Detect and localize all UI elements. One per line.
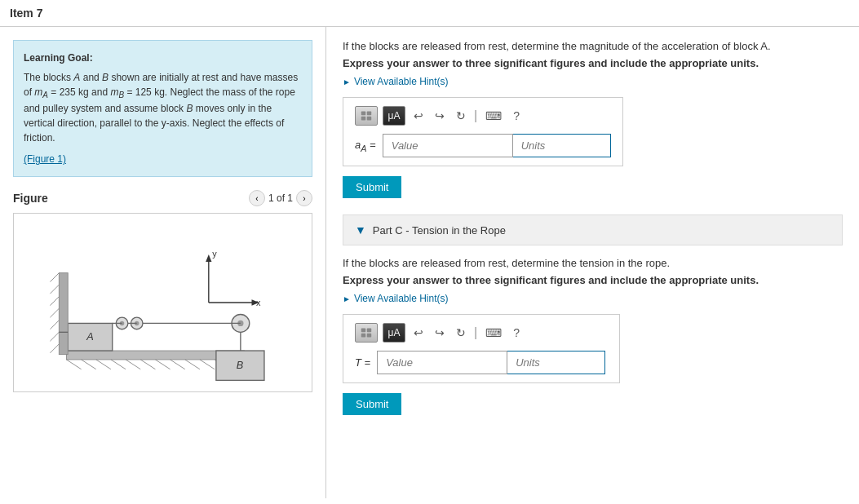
part-c-section: If the blocks are released from rest, de… — [343, 257, 843, 415]
right-panel: If the blocks are released from rest, de… — [326, 27, 859, 498]
svg-line-5 — [126, 360, 140, 369]
part-c-hint-label: View Available Hint(s) — [354, 293, 449, 304]
svg-rect-44 — [361, 117, 365, 121]
svg-line-9 — [185, 360, 200, 369]
learning-goal-title: Learning Goal: — [24, 51, 302, 65]
part-c-toolbar: μA ↩ ↪ ↻ | ⌨ ? — [355, 323, 608, 343]
svg-rect-47 — [367, 329, 371, 333]
svg-line-19 — [50, 309, 59, 318]
part-b-submit-button[interactable]: Submit — [343, 176, 401, 198]
svg-rect-43 — [367, 112, 371, 116]
svg-rect-42 — [361, 112, 365, 116]
redo-button-b[interactable]: ↪ — [432, 108, 448, 124]
svg-text:A: A — [86, 331, 93, 343]
hint-arrow-c-icon: ► — [343, 294, 351, 303]
part-c-text-2: Express your answer to three significant… — [343, 274, 843, 286]
part-b-input-row: aA = — [355, 134, 611, 157]
learning-goal-text: The blocks A and B shown are initially a… — [24, 70, 302, 145]
figure-canvas: A — [13, 213, 312, 392]
help-button-b[interactable]: ? — [510, 108, 523, 124]
figure-title: Figure — [13, 192, 48, 205]
svg-rect-49 — [367, 334, 371, 338]
svg-line-8 — [170, 360, 185, 369]
figure-next-button[interactable]: › — [296, 190, 312, 206]
matrix-button-c[interactable] — [355, 323, 378, 343]
part-b-text-1: If the blocks are released from rest, de… — [343, 40, 843, 52]
part-c-header-label: Part C - Tension in the Rope — [373, 224, 506, 237]
svg-text:B: B — [237, 359, 244, 371]
left-panel: Learning Goal: The blocks A and B shown … — [0, 27, 326, 498]
svg-line-18 — [50, 297, 59, 306]
part-b-text-2: Express your answer to three significant… — [343, 57, 843, 69]
part-c-hint-link[interactable]: ► View Available Hint(s) — [343, 293, 843, 304]
redo-button-c[interactable]: ↪ — [432, 325, 448, 341]
part-c-submit-button[interactable]: Submit — [343, 393, 401, 415]
svg-text:x: x — [256, 298, 261, 307]
keyboard-button-c[interactable]: ⌨ — [482, 325, 505, 341]
svg-text:y: y — [212, 249, 217, 259]
refresh-button-c[interactable]: ↻ — [453, 325, 469, 341]
figure-section: Figure ‹ 1 of 1 › — [13, 190, 312, 485]
part-b-units-input[interactable] — [513, 134, 611, 157]
svg-line-4 — [111, 360, 126, 369]
svg-line-22 — [50, 344, 59, 353]
svg-rect-15 — [59, 273, 68, 355]
part-b-toolbar: μA ↩ ↪ ↻ | ⌨ ? — [355, 106, 611, 126]
part-c-value-input[interactable] — [377, 351, 507, 374]
figure-svg: A — [14, 214, 312, 391]
svg-line-2 — [82, 360, 96, 369]
part-b-hint-label: View Available Hint(s) — [354, 76, 449, 87]
hint-arrow-icon: ► — [343, 77, 351, 86]
separator-c: | — [474, 325, 477, 340]
figure-header: Figure ‹ 1 of 1 › — [13, 190, 312, 206]
part-b-value-input[interactable] — [383, 134, 513, 157]
svg-line-7 — [155, 360, 170, 369]
part-c-text-1: If the blocks are released from rest, de… — [343, 257, 843, 269]
separator-b: | — [474, 108, 477, 123]
mu-button-c[interactable]: μA — [383, 323, 405, 343]
part-b-answer-box: μA ↩ ↪ ↻ | ⌨ ? aA = — [343, 97, 623, 166]
part-c-expand-icon[interactable]: ▼ — [355, 223, 366, 237]
svg-marker-36 — [206, 254, 211, 262]
svg-rect-46 — [361, 329, 365, 333]
part-c-header: ▼ Part C - Tension in the Rope — [343, 214, 843, 245]
svg-rect-45 — [367, 117, 371, 121]
part-b-section: If the blocks are released from rest, de… — [343, 40, 843, 198]
item-header: Item 7 — [0, 0, 859, 27]
part-c-eq-label: T = — [355, 356, 370, 369]
matrix-button-b[interactable] — [355, 106, 378, 126]
figure-nav-text: 1 of 1 — [268, 192, 293, 204]
svg-line-21 — [50, 333, 59, 342]
svg-line-16 — [50, 273, 59, 282]
part-b-eq-label: aA = — [355, 139, 376, 153]
help-button-c[interactable]: ? — [510, 325, 523, 341]
svg-line-10 — [200, 360, 215, 369]
keyboard-button-b[interactable]: ⌨ — [482, 108, 505, 124]
refresh-button-b[interactable]: ↻ — [453, 108, 469, 124]
learning-goal-box: Learning Goal: The blocks A and B shown … — [13, 40, 312, 177]
svg-line-1 — [66, 360, 81, 369]
svg-line-17 — [50, 285, 59, 294]
svg-line-6 — [140, 360, 155, 369]
svg-line-3 — [96, 360, 111, 369]
part-c-input-row: T = — [355, 351, 608, 374]
svg-line-20 — [50, 321, 59, 329]
svg-rect-48 — [361, 334, 365, 338]
part-b-hint-link[interactable]: ► View Available Hint(s) — [343, 76, 843, 87]
figure-prev-button[interactable]: ‹ — [249, 190, 265, 206]
undo-button-c[interactable]: ↩ — [410, 325, 427, 341]
item-title: Item 7 — [10, 7, 42, 20]
mu-button-b[interactable]: μA — [383, 106, 405, 126]
undo-button-b[interactable]: ↩ — [410, 108, 427, 124]
figure-nav: ‹ 1 of 1 › — [249, 190, 312, 206]
part-c-units-input[interactable] — [507, 351, 605, 374]
part-c-answer-box: μA ↩ ↪ ↻ | ⌨ ? T = — [343, 314, 620, 383]
figure-link[interactable]: (Figure 1) — [24, 152, 66, 166]
